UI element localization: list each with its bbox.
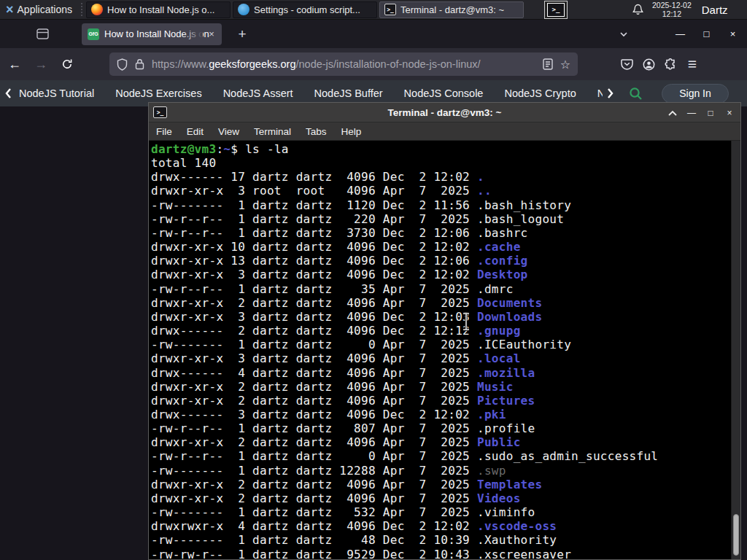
listing-attributes: drwx------ 2 dartz dartz 4096 Dec 2 12:1… xyxy=(151,324,477,338)
taskbar-button-firefox[interactable]: How to Install Node.js o... xyxy=(86,1,231,18)
terminal-listing-row: -rw------- 1 dartz dartz 532 Apr 7 2025 … xyxy=(151,505,730,519)
vscodium-icon xyxy=(238,4,249,15)
terminal-rollup-button[interactable] xyxy=(665,105,681,121)
shield-icon[interactable] xyxy=(117,58,128,71)
new-tab-button[interactable]: + xyxy=(232,24,252,44)
url-bar[interactable]: https://www.geeksforgeeks.org/node-js/in… xyxy=(109,52,578,76)
terminal-maximize-button[interactable]: □ xyxy=(703,105,719,121)
taskbar: How to Install Node.js o...Settings - co… xyxy=(86,0,524,19)
listing-attributes: drwxr-xr-x 2 dartz dartz 4096 Apr 7 2025 xyxy=(151,296,477,310)
listing-filename: .pki xyxy=(477,408,506,421)
terminal-listing-row: drwxr-xr-x 3 dartz dartz 4096 Apr 7 2025… xyxy=(151,351,730,365)
browser-tab[interactable]: GfG How to Install Node.js on × xyxy=(82,23,222,45)
taskbar-button-terminal[interactable]: >_Terminal - dartz@vm3: ~ xyxy=(379,1,524,18)
terminal-icon: >_ xyxy=(547,3,565,17)
listing-attributes: -rw-r--r-- 1 dartz dartz 807 Apr 7 2025 xyxy=(151,421,477,435)
gfg-nav-link[interactable]: NodeJS Buffer xyxy=(314,88,383,99)
gfg-nav-link[interactable]: NodeJS Console xyxy=(404,88,484,99)
listing-filename: .mozilla xyxy=(477,366,535,380)
listing-filename: .profile xyxy=(477,421,535,435)
gfg-nav-link[interactable]: NodeJS Exercises xyxy=(115,88,201,99)
terminal-listing-row: -rw-r--r-- 1 dartz dartz 35 Apr 7 2025 .… xyxy=(151,282,730,296)
terminal-listing-row: -rw------- 1 dartz dartz 48 Dec 2 10:39 … xyxy=(151,533,730,547)
window-controls: — □ × xyxy=(670,24,743,43)
prompt-cwd: ~ xyxy=(223,142,231,156)
terminal-command: ls -la xyxy=(245,142,289,156)
pocket-icon[interactable] xyxy=(616,53,638,75)
nav-scroll-right-icon[interactable] xyxy=(603,88,619,99)
listing-attributes: -rw------- 1 dartz dartz 0 Apr 7 2025 xyxy=(151,338,477,351)
terminal-menu-view[interactable]: View xyxy=(211,126,247,137)
listing-filename: .bashrc xyxy=(477,226,528,240)
terminal-scrollbar[interactable] xyxy=(731,141,740,559)
terminal-body[interactable]: dartz@vm3:~$ ls -latotal 140drwx------ 1… xyxy=(149,141,740,559)
lock-icon[interactable] xyxy=(135,58,144,70)
terminal-listing-row: -rw-r--r-- 1 dartz dartz 0 Apr 7 2025 .s… xyxy=(151,449,730,463)
prompt-user-host: dartz@vm3 xyxy=(151,142,216,156)
gfg-nav-link[interactable]: NodeJS Crypto xyxy=(504,88,576,99)
window-minimize-button[interactable]: — xyxy=(670,24,690,43)
window-close-button[interactable]: × xyxy=(723,24,743,43)
terminal-window-controls: — □ × xyxy=(665,103,738,122)
listing-attributes: -rw-r--r-- 1 dartz dartz 3730 Dec 2 12:0… xyxy=(151,226,477,240)
forward-button[interactable]: → xyxy=(29,52,53,76)
listing-attributes: drwxr-xr-x 2 dartz dartz 4096 Apr 7 2025 xyxy=(151,491,477,505)
listing-attributes: drwxr-xr-x 10 dartz dartz 4096 Dec 2 12:… xyxy=(151,240,477,254)
listing-attributes: -rw------- 1 dartz dartz 12288 Apr 7 202… xyxy=(151,464,477,478)
scrollbar-thumb[interactable] xyxy=(733,514,739,556)
applications-menu-button[interactable]: × Applications xyxy=(0,0,78,19)
listing-filename: .ICEauthority xyxy=(477,338,571,351)
taskbar-button-label: How to Install Node.js o... xyxy=(107,4,214,15)
terminal-titlebar[interactable]: >_ Terminal - dartz@vm3: ~ — □ × xyxy=(149,103,740,122)
account-icon[interactable] xyxy=(638,53,659,75)
firefox-view-button[interactable] xyxy=(32,24,53,44)
listing-filename: .bash_logout xyxy=(477,212,564,226)
terminal-menu-help[interactable]: Help xyxy=(334,126,369,137)
gfg-nav-links: NodeJS TutorialNodeJS ExercisesNodeJS As… xyxy=(19,88,603,99)
back-button[interactable]: ← xyxy=(3,52,26,76)
reader-mode-icon[interactable] xyxy=(543,58,553,70)
listing-attributes: drwxr-xr-x 2 dartz dartz 4096 Apr 7 2025 xyxy=(151,380,477,394)
listing-filename: Desktop xyxy=(477,268,528,281)
listing-attributes: drwxr-xr-x 3 dartz dartz 4096 Dec 2 12:0… xyxy=(151,310,477,324)
window-maximize-button[interactable]: □ xyxy=(697,24,716,43)
gfg-nav-link[interactable]: NodeJS Assert xyxy=(223,88,293,99)
terminal-menu-terminal[interactable]: Terminal xyxy=(247,126,298,137)
nav-scroll-left-icon[interactable] xyxy=(0,88,16,99)
gfg-nav-link[interactable]: NodeJS Tutorial xyxy=(19,88,94,99)
applications-label: Applications xyxy=(18,4,73,15)
user-menu-button[interactable]: Dartz xyxy=(702,4,728,16)
reload-button[interactable] xyxy=(55,52,79,76)
taskbar-button-vscodium[interactable]: Settings - codium script... xyxy=(233,1,377,18)
firefox-icon xyxy=(91,4,103,15)
listing-filename: .gnupg xyxy=(477,324,521,338)
list-all-tabs-button[interactable] xyxy=(619,26,638,43)
listing-attributes: -rw------- 1 dartz dartz 532 Apr 7 2025 xyxy=(151,505,477,519)
terminal-minimize-button[interactable]: — xyxy=(684,105,700,121)
terminal-listing-row: drwxrwxr-x 4 dartz dartz 4096 Dec 2 12:0… xyxy=(151,519,730,533)
terminal-listing-row: drwxr-xr-x 3 dartz dartz 4096 Dec 2 12:0… xyxy=(151,310,730,324)
sign-in-button[interactable]: Sign In xyxy=(662,84,729,104)
listing-attributes: drwx------ 17 dartz dartz 4096 Dec 2 12:… xyxy=(151,170,477,184)
search-icon[interactable] xyxy=(629,87,643,101)
terminal-close-button[interactable]: × xyxy=(721,105,738,121)
notification-bell-icon[interactable] xyxy=(630,4,645,15)
menu-icon[interactable]: ≡ xyxy=(681,53,703,75)
tray-terminal-button[interactable]: >_ xyxy=(544,1,568,19)
listing-filename: .bash_history xyxy=(477,198,571,212)
listing-attributes: -rw------- 1 dartz dartz 48 Dec 2 10:39 xyxy=(151,533,477,547)
panel-clock[interactable]: 2025-12-02 12:12 xyxy=(652,1,692,18)
tab-close-button[interactable]: × xyxy=(204,27,219,42)
listing-attributes: drwxr-xr-x 2 dartz dartz 4096 Apr 7 2025 xyxy=(151,394,477,408)
listing-filename: Downloads xyxy=(477,310,542,324)
terminal-menu-edit[interactable]: Edit xyxy=(179,126,211,137)
extensions-icon[interactable] xyxy=(659,53,681,75)
gfg-nav-link[interactable]: NodeJS DNS xyxy=(597,88,603,99)
terminal-menu-tabs[interactable]: Tabs xyxy=(298,126,334,137)
listing-filename: .cache xyxy=(477,240,521,254)
bookmark-star-icon[interactable]: ☆ xyxy=(560,58,570,71)
terminal-menu-file[interactable]: File xyxy=(149,126,179,137)
terminal-listing-row: -rw-r--r-- 1 dartz dartz 3730 Dec 2 12:0… xyxy=(151,226,730,240)
terminal-prompt-line: dartz@vm3:~$ ls -la xyxy=(151,142,730,156)
terminal-listing-row: drwxr-xr-x 2 dartz dartz 4096 Apr 7 2025… xyxy=(151,478,730,491)
